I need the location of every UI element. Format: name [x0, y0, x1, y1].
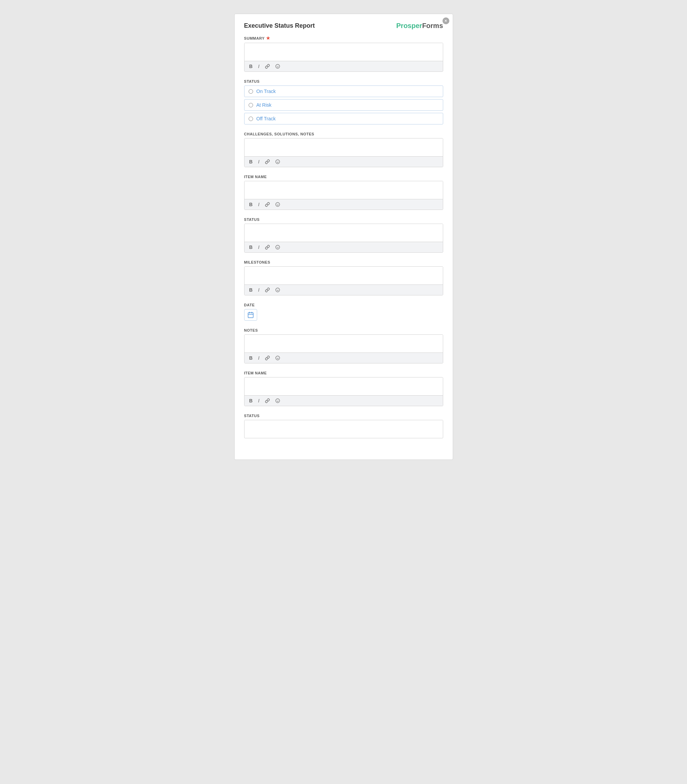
challenges-textarea[interactable] — [245, 138, 443, 155]
milestones-field-group: MILESTONES B I — [244, 260, 443, 296]
milestones-italic-button[interactable]: I — [257, 286, 261, 293]
notes-emoji-button[interactable] — [274, 355, 281, 361]
item-name-1-textarea[interactable] — [245, 181, 443, 197]
item-name-2-textarea[interactable] — [245, 378, 443, 394]
challenges-label: CHALLENGES, SOLUTIONS, NOTES — [244, 132, 443, 136]
radio-off-track[interactable] — [248, 117, 253, 121]
item-name-2-link-button[interactable] — [264, 398, 271, 404]
status-text-1-textarea[interactable] — [245, 224, 443, 240]
status-text-1-toolbar: B I — [245, 242, 443, 252]
summary-emoji-button[interactable] — [274, 63, 281, 69]
summary-italic-button[interactable]: I — [257, 63, 261, 70]
status-text-1-italic-button[interactable]: I — [257, 244, 261, 251]
status-text-2-editor — [244, 420, 443, 438]
prosper-forms-logo: Prosper Forms — [396, 22, 443, 29]
svg-point-3 — [276, 159, 280, 164]
svg-point-0 — [276, 64, 280, 68]
summary-required-star: ★ — [266, 36, 271, 41]
form-header: Executive Status Report Prosper Forms — [244, 22, 443, 30]
summary-link-button[interactable] — [264, 63, 271, 69]
radio-option-at-risk[interactable]: At Risk — [244, 99, 443, 111]
close-button[interactable]: × — [442, 17, 449, 24]
notes-label: NOTES — [244, 328, 443, 332]
svg-point-12 — [276, 288, 280, 292]
item-name-1-link-button[interactable] — [264, 201, 271, 207]
milestones-textarea[interactable] — [245, 267, 443, 283]
status-text-2-textarea[interactable] — [245, 420, 443, 437]
radio-on-track[interactable] — [248, 89, 253, 94]
svg-point-9 — [276, 245, 280, 249]
item-name-2-label: ITEM NAME — [244, 371, 443, 375]
item-name-1-bold-button[interactable]: B — [248, 201, 254, 208]
notes-toolbar: B I — [245, 352, 443, 363]
status-text-1-bold-button[interactable]: B — [248, 244, 254, 251]
milestones-bold-button[interactable]: B — [248, 286, 254, 293]
item-name-2-toolbar: B I — [245, 395, 443, 406]
status-text-1-field-group: STATUS B I — [244, 217, 443, 253]
challenges-field-group: CHALLENGES, SOLUTIONS, NOTES B I — [244, 132, 443, 167]
notes-link-button[interactable] — [264, 355, 271, 361]
summary-editor: B I — [244, 43, 443, 72]
item-name-1-field-group: ITEM NAME B I — [244, 175, 443, 210]
status-text-2-field-group: STATUS — [244, 414, 443, 438]
radio-at-risk[interactable] — [248, 103, 253, 107]
svg-point-22 — [276, 399, 280, 403]
item-name-2-field-group: ITEM NAME B I — [244, 371, 443, 406]
radio-option-on-track[interactable]: On Track — [244, 85, 443, 97]
radio-at-risk-label: At Risk — [256, 102, 271, 108]
logo-prosper: Prosper — [396, 22, 422, 29]
notes-italic-button[interactable]: I — [257, 355, 261, 362]
summary-textarea[interactable] — [245, 43, 443, 59]
summary-field-group: SUMMARY ★ B I — [244, 36, 443, 72]
milestones-emoji-button[interactable] — [274, 287, 281, 293]
form-container: × Executive Status Report Prosper Forms … — [234, 14, 453, 460]
milestones-link-button[interactable] — [264, 287, 271, 293]
milestones-editor: B I — [244, 266, 443, 296]
logo-forms: Forms — [422, 22, 443, 29]
form-title: Executive Status Report — [244, 22, 315, 30]
notes-textarea[interactable] — [245, 335, 443, 351]
item-name-2-editor: B I — [244, 377, 443, 406]
notes-bold-button[interactable]: B — [248, 355, 254, 362]
status-radio-field-group: STATUS On Track At Risk Off Track — [244, 79, 443, 125]
challenges-emoji-button[interactable] — [274, 159, 281, 165]
item-name-1-emoji-button[interactable] — [274, 201, 281, 207]
notes-field-group: NOTES B I — [244, 328, 443, 363]
radio-on-track-label: On Track — [256, 89, 276, 94]
radio-options: On Track At Risk Off Track — [244, 85, 443, 125]
svg-point-6 — [276, 202, 280, 207]
date-field-group: DATE — [244, 303, 443, 321]
svg-rect-15 — [248, 312, 253, 318]
challenges-link-button[interactable] — [264, 159, 271, 165]
challenges-editor: B I — [244, 138, 443, 167]
status-text-1-editor: B I — [244, 224, 443, 253]
milestones-toolbar: B I — [245, 284, 443, 295]
item-name-2-emoji-button[interactable] — [274, 398, 281, 404]
summary-label: SUMMARY ★ — [244, 36, 443, 41]
status-radio-label: STATUS — [244, 79, 443, 84]
challenges-toolbar: B I — [245, 156, 443, 167]
item-name-2-bold-button[interactable]: B — [248, 397, 254, 404]
notes-editor: B I — [244, 334, 443, 363]
radio-off-track-label: Off Track — [256, 116, 276, 122]
date-label: DATE — [244, 303, 443, 307]
item-name-1-italic-button[interactable]: I — [257, 201, 261, 208]
radio-option-off-track[interactable]: Off Track — [244, 113, 443, 125]
status-text-1-label: STATUS — [244, 217, 443, 222]
item-name-2-italic-button[interactable]: I — [257, 397, 261, 404]
item-name-1-label: ITEM NAME — [244, 175, 443, 179]
challenges-italic-button[interactable]: I — [257, 158, 261, 165]
status-text-2-label: STATUS — [244, 414, 443, 418]
date-picker-button[interactable] — [244, 309, 257, 321]
summary-bold-button[interactable]: B — [248, 63, 254, 70]
item-name-1-toolbar: B I — [245, 199, 443, 210]
svg-point-19 — [276, 356, 280, 360]
challenges-bold-button[interactable]: B — [248, 158, 254, 165]
item-name-1-editor: B I — [244, 181, 443, 210]
milestones-label: MILESTONES — [244, 260, 443, 264]
status-text-1-emoji-button[interactable] — [274, 244, 281, 250]
status-text-1-link-button[interactable] — [264, 244, 271, 250]
summary-toolbar: B I — [245, 61, 443, 71]
